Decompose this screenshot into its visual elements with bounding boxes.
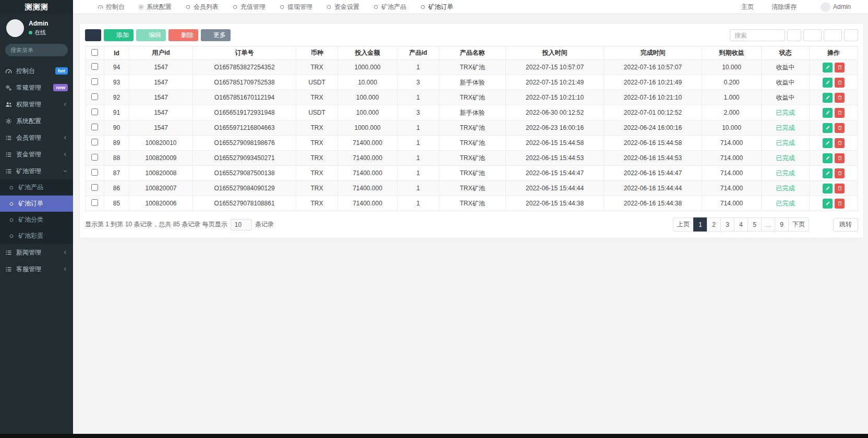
row-edit-button[interactable] <box>823 123 833 133</box>
row-delete-button[interactable] <box>835 123 845 133</box>
row-checkbox[interactable] <box>91 169 98 176</box>
sidebar-item-7[interactable]: 新闻管理 <box>0 244 73 261</box>
cell-actions <box>810 181 858 196</box>
column-header[interactable]: 完成时间 <box>604 46 702 60</box>
row-delete-button[interactable] <box>835 108 845 118</box>
export-button[interactable] <box>824 29 842 41</box>
row-edit-button[interactable] <box>823 78 833 88</box>
row-edit-button[interactable] <box>823 108 833 118</box>
row-checkbox[interactable] <box>91 139 98 145</box>
sidebar-item-8[interactable]: 客服管理 <box>0 261 73 277</box>
sidebar-search-input[interactable] <box>10 47 57 53</box>
column-header[interactable]: 操作 <box>810 46 858 60</box>
user-menu[interactable]: Admin <box>821 2 851 12</box>
row-checkbox[interactable] <box>91 184 98 191</box>
search-icon[interactable] <box>57 47 63 53</box>
sidebar-item-0[interactable]: 控制台hot <box>0 63 73 79</box>
cell-actions <box>810 166 858 181</box>
column-header[interactable]: 用户id <box>129 46 193 60</box>
row-delete-button[interactable] <box>835 63 845 72</box>
row-checkbox[interactable] <box>91 154 98 161</box>
delete-button[interactable]: 删除 <box>168 29 198 41</box>
row-checkbox[interactable] <box>91 199 98 206</box>
home-link[interactable]: 主页 <box>732 3 754 11</box>
sidebar-toggle-button[interactable] <box>73 0 91 14</box>
row-edit-button[interactable] <box>823 138 833 148</box>
prev-page-button[interactable]: 上页 <box>673 217 694 232</box>
column-header[interactable]: 币种 <box>296 46 338 60</box>
gear-icon <box>5 118 12 125</box>
row-edit-button[interactable] <box>823 153 833 163</box>
row-delete-button[interactable] <box>835 168 845 178</box>
add-button[interactable]: 添加 <box>104 29 134 41</box>
row-checkbox[interactable] <box>91 108 98 115</box>
sidebar-subitem-1[interactable]: 矿池订单 <box>0 196 73 212</box>
row-delete-button[interactable] <box>835 93 845 103</box>
tab-0[interactable]: 控制台 <box>91 0 131 14</box>
column-header[interactable]: 投入金额 <box>338 46 397 60</box>
page-button[interactable]: 2 <box>707 217 721 232</box>
tab-3[interactable]: 充值管理 <box>225 0 272 14</box>
sidebar-item-3[interactable]: 系统配置 <box>0 113 73 129</box>
sidebar-item-2[interactable]: 权限管理 <box>0 96 73 113</box>
sidebar-item-1[interactable]: 常规管理new <box>0 79 73 96</box>
toggle-view-button[interactable] <box>787 29 801 41</box>
more-button[interactable]: 更多 <box>201 29 231 41</box>
row-edit-button[interactable] <box>823 93 833 103</box>
cell-id: 94 <box>104 60 129 75</box>
sidebar-subitem-0[interactable]: 矿池产品 <box>0 179 73 196</box>
row-delete-button[interactable] <box>835 153 845 163</box>
tab-4[interactable]: 提现管理 <box>272 0 319 14</box>
column-header[interactable]: Id <box>104 46 129 60</box>
sidebar-subitem-2[interactable]: 矿池分类 <box>0 212 73 228</box>
page-button[interactable]: 3 <box>720 217 734 232</box>
tab-6[interactable]: 矿池产品 <box>366 0 413 14</box>
row-checkbox[interactable] <box>91 124 98 130</box>
sidebar-item-5[interactable]: 资金管理 <box>0 146 73 163</box>
sidebar-item-6[interactable]: 矿池管理 <box>0 163 73 179</box>
row-checkbox[interactable] <box>91 93 98 100</box>
tab-2[interactable]: 会员列表 <box>178 0 225 14</box>
column-header[interactable]: 产品名称 <box>439 46 506 60</box>
row-delete-button[interactable] <box>835 199 845 209</box>
column-header[interactable]: 投入时间 <box>506 46 604 60</box>
row-edit-button[interactable] <box>823 63 833 72</box>
select-all-checkbox[interactable] <box>91 49 98 56</box>
sidebar-subitem-3[interactable]: 矿池彩蛋 <box>0 228 73 244</box>
fullscreen-button[interactable] <box>805 4 812 10</box>
settings-button[interactable] <box>860 4 866 10</box>
row-delete-button[interactable] <box>835 184 845 193</box>
row-edit-button[interactable] <box>823 199 833 209</box>
row-delete-button[interactable] <box>835 138 845 148</box>
refresh-button[interactable] <box>85 29 101 41</box>
next-page-button[interactable]: 下页 <box>788 217 809 232</box>
search-button[interactable] <box>844 29 858 41</box>
column-header[interactable]: 状态 <box>762 46 810 60</box>
column-header[interactable]: 产品id <box>397 46 439 60</box>
column-header[interactable]: 到期收益 <box>702 46 762 60</box>
tab-1[interactable]: 系统配置 <box>131 0 178 14</box>
page-button[interactable]: 4 <box>734 217 748 232</box>
row-checkbox[interactable] <box>91 78 98 85</box>
grid-icon <box>807 32 813 38</box>
page-button[interactable]: 9 <box>775 217 789 232</box>
tab-7[interactable]: 矿池订单 <box>413 0 460 14</box>
sidebar-item-4[interactable]: 会员管理 <box>0 129 73 146</box>
row-delete-button[interactable] <box>835 78 845 88</box>
clear-cache-link[interactable]: 清除缓存 <box>763 3 797 11</box>
page-button[interactable]: 1 <box>693 217 707 232</box>
sidebar-item-label: 会员管理 <box>16 133 41 142</box>
tab-5[interactable]: 资金设置 <box>319 0 366 14</box>
sidebar-item-label: 矿池管理 <box>16 167 41 176</box>
row-checkbox[interactable] <box>91 63 98 70</box>
page-size-select[interactable]: 10 <box>231 219 252 230</box>
row-edit-button[interactable] <box>823 168 833 178</box>
jump-button[interactable]: 跳转 <box>833 218 858 232</box>
page-button[interactable]: 5 <box>748 217 762 232</box>
edit-button[interactable]: 编辑 <box>136 29 166 41</box>
table-search-input[interactable] <box>730 29 785 41</box>
row-edit-button[interactable] <box>823 184 833 193</box>
cell-amount: 71400.000 <box>338 136 397 151</box>
columns-button[interactable] <box>803 29 822 41</box>
column-header[interactable]: 订单号 <box>193 46 296 60</box>
